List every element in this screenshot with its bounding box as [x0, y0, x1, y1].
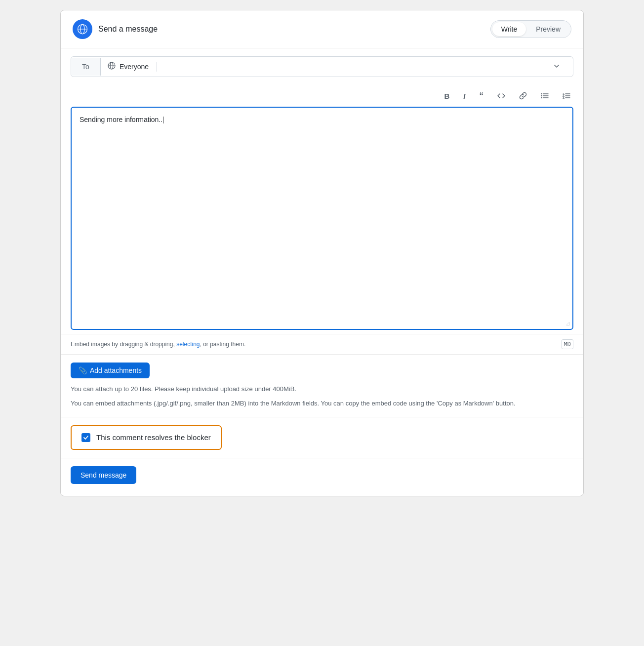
svg-point-9 — [541, 95, 542, 96]
preview-tab[interactable]: Preview — [527, 22, 569, 36]
ordered-list-button[interactable]: 1. 2. 3. — [560, 90, 573, 102]
editor-content[interactable]: Sending more information.. — [80, 115, 564, 322]
embed-info-text: Embed images by dragging & dropping, sel… — [71, 341, 245, 348]
message-editor[interactable]: Sending more information.. ⊿ — [71, 107, 573, 330]
link-button[interactable] — [516, 90, 530, 102]
to-recipient: Everyone — [120, 63, 149, 71]
quote-button[interactable]: “ — [477, 89, 487, 103]
code-button[interactable] — [494, 90, 508, 102]
send-message-button[interactable]: Send message — [71, 466, 136, 484]
attachment-info: You can attach up to 20 files. Please ke… — [71, 384, 573, 409]
italic-button[interactable]: I — [460, 90, 468, 102]
header-left: Send a message — [73, 19, 158, 39]
text-cursor — [163, 117, 163, 123]
message-compose-card: Send a message Write Preview To Everyone — [60, 10, 584, 496]
paperclip-icon: 📎 — [79, 366, 87, 374]
blocker-checkbox[interactable] — [81, 433, 90, 442]
avatar — [73, 19, 92, 39]
chevron-down-icon[interactable] — [547, 63, 566, 71]
resize-handle[interactable]: ⊿ — [565, 320, 570, 327]
to-divider — [157, 62, 157, 72]
to-label: To — [71, 58, 101, 76]
markdown-badge: MD — [562, 339, 573, 349]
blocker-label: This comment resolves the blocker — [96, 433, 211, 442]
unordered-list-button[interactable] — [538, 90, 552, 102]
attachments-section: 📎 Add attachments You can attach up to 2… — [61, 354, 583, 417]
svg-text:3.: 3. — [563, 96, 565, 99]
svg-point-7 — [541, 93, 542, 94]
globe-icon — [108, 62, 116, 72]
to-field-row: To Everyone — [71, 56, 573, 77]
header-title: Send a message — [98, 25, 158, 34]
send-section: Send message — [61, 458, 583, 496]
blocker-section: This comment resolves the blocker — [61, 417, 583, 458]
bold-button[interactable]: B — [441, 90, 452, 102]
to-value[interactable]: Everyone — [101, 57, 573, 77]
write-tab[interactable]: Write — [492, 22, 526, 36]
blocker-checkbox-wrapper[interactable]: This comment resolves the blocker — [71, 425, 222, 450]
selecting-link[interactable]: selecting — [176, 341, 200, 348]
formatting-toolbar: B I “ — [61, 85, 583, 107]
write-preview-toggle: Write Preview — [490, 20, 571, 38]
svg-point-11 — [541, 97, 542, 98]
embed-info-bar: Embed images by dragging & dropping, sel… — [61, 334, 583, 354]
checkmark-icon — [83, 435, 89, 441]
add-attachments-button[interactable]: 📎 Add attachments — [71, 363, 150, 378]
card-header: Send a message Write Preview — [61, 10, 583, 48]
